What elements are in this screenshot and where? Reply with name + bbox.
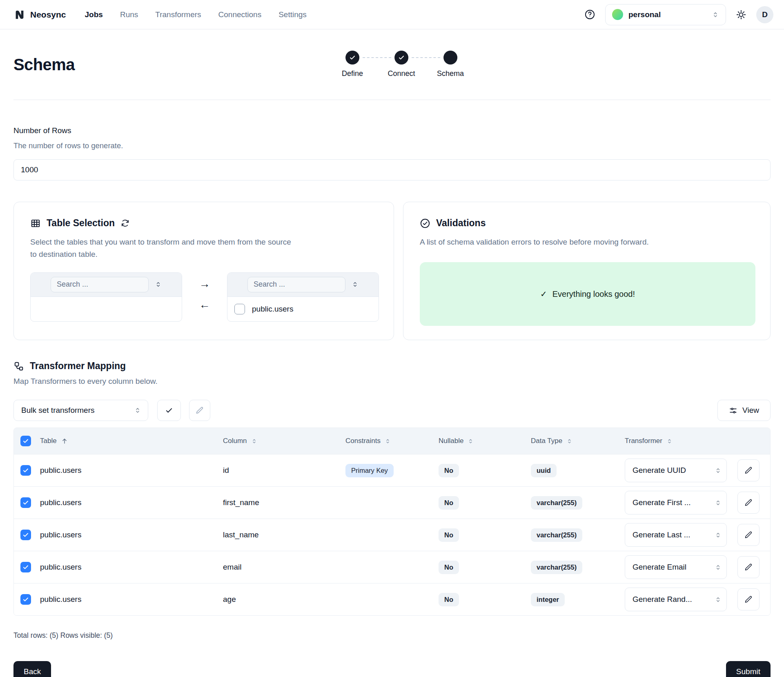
destination-tables-box: public.users [227, 272, 379, 322]
step-define-check-icon [345, 51, 359, 65]
user-avatar-initial: D [762, 10, 768, 19]
move-left-icon[interactable]: ← [199, 299, 210, 310]
account-select[interactable]: personal [605, 4, 726, 25]
number-of-rows-input[interactable] [13, 159, 771, 180]
column-header-data-type[interactable]: Data Type [531, 437, 625, 445]
nav-item-transformers[interactable]: Transformers [155, 10, 201, 19]
row-checkbox[interactable] [20, 594, 31, 605]
cell-table: public.users [40, 595, 223, 604]
transformer-select[interactable]: Generate Email [625, 555, 727, 579]
step-schema-label: Schema [437, 69, 464, 78]
nullable-badge: No [439, 593, 459, 606]
transformer-select[interactable]: Generate Last ... [625, 523, 727, 547]
source-tables-list [31, 297, 182, 321]
select-all-checkbox[interactable] [20, 436, 31, 446]
column-header-nullable[interactable]: Nullable [439, 437, 531, 445]
pencil-icon [744, 595, 753, 604]
edit-transformer-button[interactable] [737, 459, 760, 481]
row-checkbox[interactable] [20, 465, 31, 476]
transformer-mapping-section: Transformer Mapping Map Transformers to … [13, 361, 771, 640]
cell-column: last_name [223, 530, 345, 539]
table-row: public.users age No integer Generate Ran… [14, 583, 770, 615]
row-checkbox[interactable] [20, 562, 31, 572]
chevrons-up-down-icon [134, 407, 141, 414]
view-button[interactable]: View [717, 400, 771, 421]
help-icon[interactable] [584, 9, 595, 20]
chevrons-up-down-icon [566, 438, 572, 444]
row-checkbox[interactable] [20, 530, 31, 540]
step-connect[interactable]: Connect [383, 51, 420, 78]
source-search-input[interactable] [51, 277, 149, 292]
bulk-edit-button[interactable] [189, 400, 210, 421]
sort-toggle-icon[interactable] [352, 281, 359, 288]
column-header-constraints[interactable]: Constraints [345, 437, 439, 445]
wizard-stepper: Define Connect Schema [334, 51, 469, 78]
nav-item-runs[interactable]: Runs [120, 10, 138, 19]
cards-row: Table Selection Select the tables that y… [13, 202, 771, 340]
sort-toggle-icon[interactable] [155, 281, 162, 288]
user-avatar[interactable]: D [756, 6, 773, 23]
pencil-icon [744, 531, 753, 539]
step-define[interactable]: Define [334, 51, 371, 78]
circle-check-icon [420, 218, 430, 229]
chevrons-up-down-icon [715, 467, 722, 474]
data-type-badge: varchar(255) [531, 561, 582, 574]
edit-transformer-button[interactable] [737, 524, 760, 546]
validations-header: Validations [420, 218, 755, 229]
source-tables-box [30, 272, 182, 322]
step-schema[interactable]: Schema [432, 51, 469, 78]
apply-bulk-button[interactable] [157, 400, 181, 421]
validations-title: Validations [436, 218, 486, 229]
theme-toggle-sun-icon[interactable] [736, 9, 746, 20]
transformer-select[interactable]: Generate First ... [625, 491, 727, 514]
mapping-controls: Bulk set transformers View [13, 400, 771, 421]
nav-items: Jobs Runs Transformers Connections Setti… [85, 10, 307, 19]
check-icon [165, 406, 173, 414]
nullable-badge: No [439, 561, 459, 574]
bulk-set-transformers-select[interactable]: Bulk set transformers [13, 400, 148, 421]
table-item-checkbox[interactable] [234, 304, 245, 314]
table-selection-description: Select the tables that you want to trans… [30, 236, 300, 261]
brand[interactable]: Neosync [13, 9, 66, 21]
nullable-badge: No [439, 528, 459, 542]
validations-description: A list of schema validation errors to re… [420, 236, 689, 248]
chevrons-up-down-icon [715, 532, 722, 539]
edit-transformer-button[interactable] [737, 492, 760, 514]
row-checkbox[interactable] [20, 497, 31, 508]
destination-tables-header [227, 273, 379, 297]
nullable-badge: No [439, 496, 459, 510]
edit-transformer-button[interactable] [737, 556, 760, 578]
destination-search-input[interactable] [247, 277, 345, 292]
account-avatar [612, 9, 623, 20]
transformer-select[interactable]: Generate Rand... [625, 588, 727, 611]
data-type-badge: varchar(255) [531, 496, 582, 510]
transformer-select[interactable]: Generate UUID [625, 459, 727, 482]
column-header-column[interactable]: Column [223, 437, 345, 445]
column-header-transformer[interactable]: Transformer [625, 437, 737, 445]
table-item-label: public.users [252, 305, 293, 314]
arrow-up-icon [61, 437, 68, 445]
table-row: public.users id Primary Key No uuid Gene… [14, 454, 770, 486]
nav-item-connections[interactable]: Connections [218, 10, 262, 19]
back-button[interactable]: Back [13, 661, 51, 677]
column-header-table[interactable]: Table [40, 437, 223, 445]
validations-card: Validations A list of schema validation … [403, 202, 771, 340]
data-type-badge: uuid [531, 464, 557, 477]
step-define-label: Define [342, 69, 363, 78]
table-row: public.users last_name No varchar(255) G… [14, 519, 770, 551]
refresh-icon[interactable] [120, 218, 130, 228]
workflow-icon [13, 361, 24, 372]
brand-name: Neosync [30, 10, 66, 20]
chevrons-up-down-icon [715, 564, 722, 571]
chevrons-up-down-icon [715, 596, 722, 603]
transformer-mapping-header: Transformer Mapping [13, 361, 771, 372]
submit-button[interactable]: Submit [726, 661, 771, 677]
validation-success-banner: ✓ Everything looks good! [420, 262, 755, 326]
move-right-icon[interactable]: → [199, 278, 210, 290]
nav-item-settings[interactable]: Settings [278, 10, 307, 19]
edit-transformer-button[interactable] [737, 588, 760, 610]
transfer-controls: → ← [182, 272, 227, 310]
nav-item-jobs[interactable]: Jobs [85, 10, 103, 19]
header-divider [13, 100, 771, 100]
cell-column: age [223, 595, 345, 604]
